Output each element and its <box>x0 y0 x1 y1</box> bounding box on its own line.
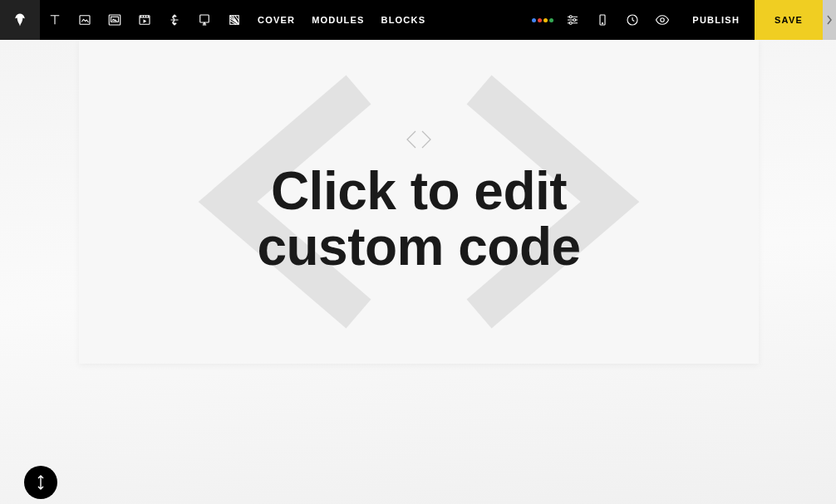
gallery-tool[interactable] <box>100 0 130 40</box>
expand-panel-button[interactable] <box>823 0 836 40</box>
image-icon <box>77 12 92 27</box>
save-button[interactable]: SAVE <box>755 0 823 40</box>
svg-point-8 <box>570 22 573 24</box>
sliders-icon <box>565 12 580 27</box>
ai-dots-icon <box>532 18 553 22</box>
svg-point-6 <box>570 16 573 18</box>
canvas-area: Click to edit custom code <box>0 40 836 504</box>
topbar: COVER MODULES BLOCKS PUBLISH SAVE <box>0 0 836 40</box>
video-frame-icon <box>137 12 152 27</box>
clock-icon <box>625 12 640 27</box>
headline-line-1: Click to edit <box>257 164 580 219</box>
nav-modules[interactable]: MODULES <box>303 0 372 40</box>
embed-tool[interactable] <box>189 0 219 40</box>
svg-point-12 <box>661 18 665 22</box>
texture-tool[interactable] <box>219 0 249 40</box>
svg-point-7 <box>573 19 576 22</box>
nav-blocks[interactable]: BLOCKS <box>373 0 435 40</box>
texture-icon <box>227 12 242 27</box>
chevron-right-icon <box>826 14 833 26</box>
eagle-logo-icon <box>12 12 28 28</box>
code-brackets-icon <box>405 129 433 150</box>
embed-icon <box>197 12 212 27</box>
reorder-fab[interactable] <box>24 466 57 499</box>
ai-assistant[interactable] <box>528 0 558 40</box>
publish-button[interactable]: PUBLISH <box>677 0 755 40</box>
svg-rect-4 <box>200 15 209 22</box>
logo-home[interactable] <box>0 0 40 40</box>
divider-tool[interactable] <box>160 0 189 40</box>
headline-line-2: custom code <box>257 219 580 275</box>
text-icon <box>47 12 62 27</box>
updown-arrows-icon <box>34 475 47 490</box>
history-clock[interactable] <box>617 0 647 40</box>
custom-code-headline: Click to edit custom code <box>257 164 580 275</box>
code-icon-small <box>405 129 433 154</box>
mobile-preview[interactable] <box>588 0 617 40</box>
svg-point-10 <box>602 23 603 24</box>
image-tool[interactable] <box>70 0 100 40</box>
preview-eye[interactable] <box>647 0 677 40</box>
framed-image-icon <box>107 12 122 27</box>
mobile-icon <box>595 12 610 27</box>
custom-code-block[interactable]: Click to edit custom code <box>79 40 759 364</box>
eye-icon <box>654 12 671 27</box>
settings-sliders[interactable] <box>558 0 588 40</box>
text-tool[interactable] <box>40 0 70 40</box>
video-tool[interactable] <box>130 0 160 40</box>
nav-cover[interactable]: COVER <box>249 0 303 40</box>
divider-icon <box>167 12 182 27</box>
